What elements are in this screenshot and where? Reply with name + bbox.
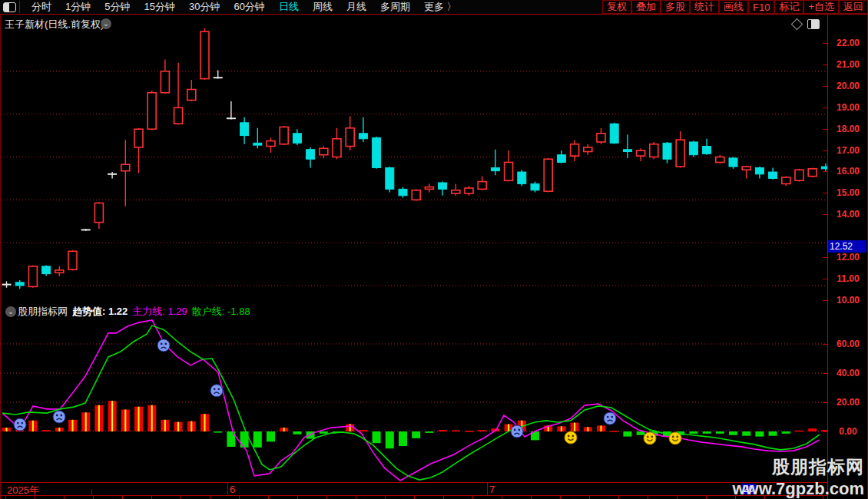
candle-down	[399, 189, 407, 195]
chevron-down-icon[interactable]: ⌄	[5, 306, 16, 317]
bar-negative	[769, 431, 777, 436]
period-item-分时[interactable]: 分时	[25, 0, 58, 14]
candle-down	[491, 167, 499, 170]
bar-negative	[689, 431, 697, 434]
bar-negative	[267, 431, 275, 441]
stock-title: 王子新材(日线.前复权)	[5, 18, 104, 31]
bar-negative	[293, 431, 301, 435]
candle-down	[42, 266, 51, 274]
diamond-icon[interactable]	[791, 18, 803, 31]
candle-up	[94, 203, 103, 223]
period-menu: 分时1分钟5分钟15分钟30分钟60分钟日线周线月线多周期更多 〉	[25, 0, 464, 14]
period-item-1分钟[interactable]: 1分钟	[58, 0, 98, 14]
bar-positive	[808, 428, 817, 431]
watermark-site-url: www.7gpzb.com	[732, 479, 864, 499]
bar-negative	[412, 431, 420, 438]
candle-down	[623, 150, 631, 152]
candle-up	[28, 266, 37, 287]
period-item-月线[interactable]: 月线	[340, 0, 373, 14]
price-axis-label: 16.00	[830, 166, 866, 177]
period-item-多周期[interactable]: 多周期	[373, 0, 417, 14]
period-item-15分钟[interactable]: 15分钟	[137, 0, 181, 14]
timeline-divider	[227, 483, 228, 495]
trading-app-window: 分时1分钟5分钟15分钟30分钟60分钟日线周线月线多周期更多 〉 复权叠加多股…	[0, 0, 868, 499]
bar-negative	[729, 431, 737, 435]
bar-positive	[478, 430, 486, 431]
toolbar-button-F10[interactable]: F10	[748, 0, 774, 14]
indicator-source-label: 股朋指标网	[18, 305, 68, 319]
chart-area: 王子新材(日线.前复权) ⌄ 22.0021.0020.0019.0018.00…	[0, 15, 868, 499]
candle-up	[584, 147, 592, 152]
chart-corner-icons	[793, 19, 820, 29]
strip-tick	[268, 496, 269, 499]
indicator-chart[interactable]	[1, 319, 827, 482]
candle-up	[544, 159, 552, 191]
candle-down	[703, 147, 711, 154]
candle-up	[795, 170, 803, 180]
sad-face-icon	[14, 418, 26, 431]
timeline-row[interactable]: 2025年 20 67	[1, 483, 827, 495]
strip-tick	[472, 496, 473, 499]
indicator-sanhu-value: 散户线: -1.88	[192, 305, 250, 319]
period-item-日线[interactable]: 日线	[272, 0, 306, 14]
timeline-tick	[91, 489, 92, 495]
indicator-axis-label: 60.00	[830, 339, 866, 349]
happy-face-icon	[565, 431, 577, 444]
candlestick-chart[interactable]	[1, 15, 827, 304]
timeline-month-label: 6	[230, 484, 235, 495]
panel-layout-icon[interactable]	[807, 19, 820, 29]
indicator-axis-label: 40.00	[830, 368, 866, 378]
candle-down	[769, 172, 777, 178]
bar-positive	[439, 430, 447, 431]
candle-up	[333, 139, 341, 157]
bar-negative	[716, 431, 724, 434]
candle-up	[161, 71, 169, 93]
sad-face-icon	[53, 411, 65, 423]
sad-face-icon	[157, 339, 170, 352]
candle-up	[320, 148, 328, 154]
period-item-周线[interactable]: 周线	[306, 0, 340, 14]
toolbar-button-+自选[interactable]: +自选	[803, 0, 839, 14]
strip-tick	[560, 496, 561, 499]
toolbar-button-标记[interactable]: 标记	[774, 0, 803, 14]
bar-positive	[795, 431, 803, 432]
candle-up	[637, 150, 645, 156]
candle-down	[689, 142, 697, 155]
toolbar-button-多股[interactable]: 多股	[661, 0, 690, 14]
strip-tick	[326, 496, 327, 499]
price-axis-label: 21.00	[830, 59, 866, 70]
toolbar-right-buttons: 复权叠加多股统计画线F10标记+自选返回	[602, 0, 868, 14]
toolbar-button-返回[interactable]: 返回	[839, 0, 868, 14]
candle-up	[68, 251, 77, 269]
window-split-icon[interactable]	[3, 2, 16, 12]
line-散户线	[2, 326, 820, 480]
chevron-down-icon[interactable]: ⌄	[101, 18, 111, 29]
period-item-更多 〉[interactable]: 更多 〉	[417, 0, 464, 14]
top-toolbar: 分时1分钟5分钟15分钟30分钟60分钟日线周线月线多周期更多 〉 复权叠加多股…	[0, 0, 868, 15]
toolbar-button-叠加[interactable]: 叠加	[631, 0, 661, 14]
candle-up	[782, 177, 790, 183]
candle-down	[663, 143, 671, 159]
price-axis-label: 10.00	[830, 295, 866, 306]
period-item-60分钟[interactable]: 60分钟	[227, 0, 271, 14]
candle-up	[676, 140, 684, 167]
toolbar-button-画线[interactable]: 画线	[719, 0, 748, 14]
strip-tick	[356, 496, 356, 499]
candle-up	[425, 187, 433, 190]
candle-up	[412, 190, 420, 200]
bar-positive	[465, 431, 473, 432]
axis-border-line	[827, 15, 828, 499]
strip-tick	[151, 496, 152, 499]
price-axis-label: 18.00	[830, 124, 866, 134]
period-item-5分钟[interactable]: 5分钟	[98, 0, 137, 14]
candle-up	[200, 31, 209, 78]
price-axis-label: 20.00	[830, 81, 866, 91]
period-item-30分钟[interactable]: 30分钟	[182, 0, 227, 14]
bar-positive	[610, 431, 618, 432]
toolbar-button-复权[interactable]: 复权	[602, 0, 631, 14]
toolbar-button-统计[interactable]: 统计	[690, 0, 719, 14]
candle-down	[821, 167, 827, 169]
candle-up	[505, 162, 513, 180]
candle-up	[267, 141, 275, 147]
candle-down	[373, 137, 381, 167]
